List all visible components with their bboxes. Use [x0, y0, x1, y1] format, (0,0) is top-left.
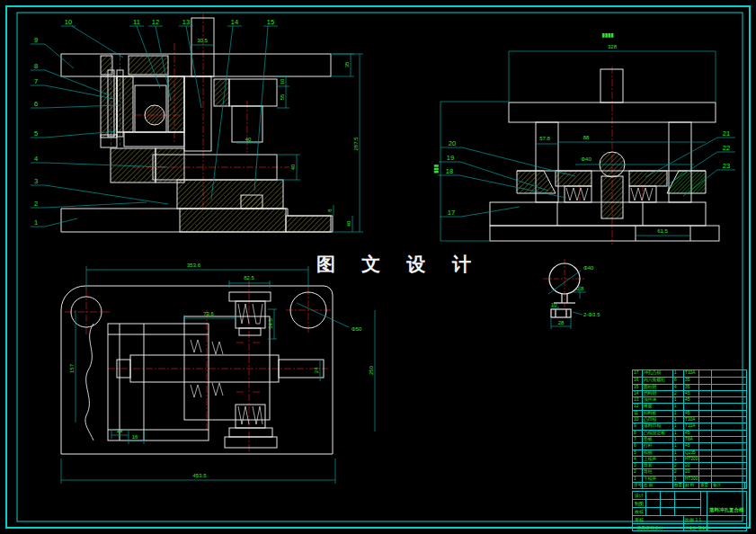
balloon-5: 5 [34, 129, 38, 138]
bom-row: 13顶件块145 [633, 396, 746, 403]
bom-row: 2导柱220 [633, 468, 746, 475]
plan-dim-boxh: 54.5 [268, 318, 273, 329]
side-dim-lines [440, 51, 716, 241]
detail-dia: Φ40 [583, 265, 594, 271]
side-label: ▮▮▮▮ [601, 32, 614, 38]
balloon-12: 12 [152, 18, 159, 26]
tb-check: 校核 [635, 509, 644, 514]
dim-ball: Φ40 [581, 156, 591, 162]
balloon-3: 3 [34, 177, 38, 185]
tb-drawing-title: 落料冲孔复合模 [709, 507, 744, 513]
bom-row: 4上模座1HT200 [633, 456, 746, 462]
detail-lip: 0.8 [576, 286, 584, 291]
balloon-13: 13 [182, 18, 190, 26]
front-geometry [61, 18, 333, 232]
plan-dim-righth: 250 [369, 365, 374, 375]
bom-header-row: 序号名 称数量材 料重量备注 [633, 482, 746, 488]
balloon-22: 22 [723, 144, 730, 152]
dim-inner: 61.5 [657, 228, 668, 234]
balloon-23: 23 [723, 162, 730, 170]
bom-row: 16内六角螺钉835 [633, 377, 746, 383]
plan-dim-bar: 24 [314, 367, 319, 373]
front-section-view: 30.5 35 10 55 40 40 287.5 8 40 [31, 13, 363, 232]
bom-cell [711, 370, 746, 377]
bom-row: 8凸模固定板145 [633, 430, 746, 436]
detail-w1: 10 [551, 302, 557, 307]
plan-dim-boxw: 82.5 [244, 275, 254, 280]
side-geometry [490, 69, 719, 241]
dim-offset: 57.8 [539, 136, 550, 141]
dim-width-328: 328 [608, 44, 618, 49]
balloon-2: 2 [34, 200, 38, 208]
balloon-6: 6 [34, 100, 38, 108]
detail-views: Φ40 0.8 10 2-Φ3.5 28 [543, 259, 600, 329]
balloon-4: 4 [34, 155, 38, 163]
plan-dim-s2: 16 [132, 434, 138, 440]
bom-row: 12橡胶1 [633, 403, 746, 409]
balloon-17: 17 [448, 209, 455, 217]
bom-cell: 材 料 [683, 483, 698, 488]
bom-row: 17冲孔凸模1T10A [633, 370, 746, 377]
bom-cell: 数量 [672, 483, 683, 488]
dim-base: 40 [346, 220, 351, 227]
dim-s55: 55 [280, 93, 285, 100]
balloon-19: 19 [447, 154, 454, 162]
plan-geometry [61, 286, 333, 454]
dim-s8: 8 [327, 209, 333, 212]
bom-row: 3导套220 [633, 462, 746, 468]
cad-canvas: 30.5 35 10 55 40 40 287.5 8 40 [0, 0, 756, 534]
balloon-8: 8 [34, 62, 38, 70]
dim-side-height: ▮▮▮ [433, 164, 439, 174]
bom-cell: 重量 [698, 483, 711, 488]
bom-row: 5模柄1Q235 [633, 449, 746, 456]
balloon-7: 7 [34, 77, 38, 85]
dim-h40: 40 [290, 164, 296, 170]
tb-draw: 制图 [635, 501, 644, 506]
plan-dim-dia: Φ50 [351, 326, 362, 332]
balloon-15: 15 [267, 18, 274, 26]
dim-overall: 287.5 [353, 137, 359, 151]
dim-w40: 40 [245, 137, 252, 142]
bom-cell [744, 483, 746, 488]
tb-design: 设计 [635, 493, 644, 498]
dim-s10: 10 [280, 78, 285, 85]
plan-dim-midw: 73.6 [203, 311, 214, 316]
tb-sheet: 共1张 第1张 [685, 525, 709, 530]
detail-w2: 28 [558, 320, 565, 325]
bom-cell: 17 [633, 370, 642, 377]
plan-dim-total: 453.5 [192, 473, 207, 478]
dim-plate: 35 [344, 61, 350, 67]
dim-shank: 30.5 [197, 38, 208, 43]
balloon-14: 14 [231, 18, 238, 26]
side-section-view: ▮▮▮▮ 328 57.8 88 Φ40 61.5 ▮▮▮ 20 19 18 1… [433, 32, 735, 245]
bom-cell: 备注 [711, 483, 744, 488]
bom-row: 14挡料销245 [633, 390, 746, 396]
bom-row: 15圆柱销435 [633, 384, 746, 390]
watermark-text: 图 文 设 计 [316, 252, 481, 277]
bom-row: 10凸凹模1T10A [633, 416, 746, 423]
bom-row: 9落料凹模1T10A [633, 423, 746, 429]
bom-cell: T10A [683, 370, 698, 377]
tb-course: 模具课程设计 [636, 525, 663, 530]
tb-scale: 比例 1:1 [685, 517, 701, 522]
bom-cell: 名 称 [642, 483, 672, 488]
bom-cell: 冲孔凸模 [642, 370, 672, 377]
balloon-1: 1 [34, 218, 38, 227]
bom-cell: 1 [672, 370, 683, 377]
bom-cell [698, 370, 711, 377]
title-block: 设计 制图 校核 审核 模具课程设计 比例 1:1 共1张 第1张 落料冲孔复合… [632, 491, 747, 531]
bom-row: 6打杆145 [633, 442, 746, 449]
balloon-20: 20 [449, 139, 456, 147]
detail-holes: 2-Φ3.5 [583, 312, 600, 317]
plan-view: 353.6 82.5 73.6 54.5 157 29 16 453.5 Φ50… [61, 263, 375, 484]
tb-approve: 审核 [635, 517, 644, 522]
balloon-21: 21 [723, 129, 730, 138]
dim-span: 88 [583, 135, 590, 140]
bom-row: 1下模座1HT200 [633, 476, 746, 482]
balloon-11: 11 [133, 18, 140, 26]
plan-dim-top: 353.6 [187, 263, 201, 268]
plan-dim-lefth: 157 [69, 363, 75, 373]
balloon-9: 9 [34, 36, 38, 44]
bom-table: 17冲孔凸模1T10A16内六角螺钉83515圆柱销43514挡料销24513顶… [632, 369, 747, 489]
balloon-18: 18 [446, 167, 453, 175]
